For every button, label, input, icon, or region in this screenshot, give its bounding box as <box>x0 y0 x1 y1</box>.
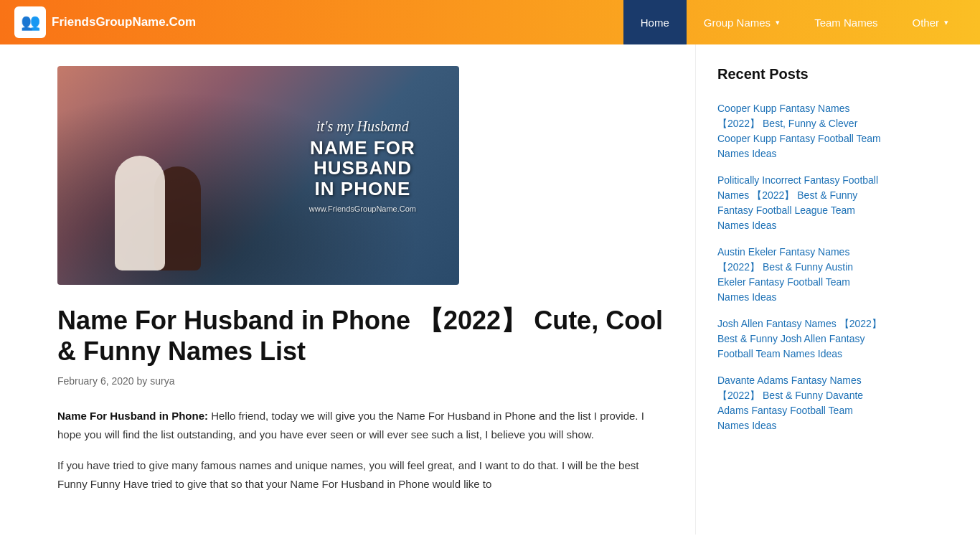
recent-posts-title: Recent Posts <box>717 66 882 88</box>
nav-item-other[interactable]: Other ▾ <box>895 0 966 44</box>
intro-label: Name For Husband in Phone: <box>57 410 208 422</box>
overlay-script-text: it's my Husband <box>309 118 416 135</box>
article-paragraph-2: If you have tried to give many famous na… <box>57 456 666 493</box>
person1 <box>115 156 165 270</box>
overlay-url-text: www.FriendsGroupName.Com <box>309 205 416 214</box>
overlay-bold-text: NAME FOR HUSBAND IN PHONE <box>309 138 416 199</box>
article-author[interactable]: surya <box>150 375 174 387</box>
nav-team-names-label: Team Names <box>814 17 877 29</box>
article-body: Name For Husband in Phone: Hello friend,… <box>57 407 666 493</box>
chevron-down-icon-other: ▾ <box>944 18 948 27</box>
logo-icon: 👥 <box>14 6 46 38</box>
recent-post-link-1[interactable]: Cooper Kupp Fantasy Names 【2022】 Best, F… <box>717 103 881 159</box>
recent-post-link-2[interactable]: Politically Incorrect Fantasy Football N… <box>717 174 878 231</box>
nav-other-label: Other <box>912 17 939 29</box>
main-navigation: 👥 FriendsGroupName.Com Home Group Names … <box>0 0 980 44</box>
list-item: Davante Adams Fantasy Names 【2022】 Best … <box>717 373 882 433</box>
article-intro-paragraph: Name For Husband in Phone: Hello friend,… <box>57 407 666 443</box>
article-by: by <box>137 375 151 387</box>
nav-item-home[interactable]: Home <box>623 0 687 44</box>
list-item: Cooper Kupp Fantasy Names 【2022】 Best, F… <box>717 101 882 161</box>
recent-post-link-5[interactable]: Davante Adams Fantasy Names 【2022】 Best … <box>717 375 863 431</box>
recent-post-link-3[interactable]: Austin Ekeler Fantasy Names 【2022】 Best … <box>717 246 853 303</box>
chevron-down-icon: ▾ <box>776 18 780 27</box>
nav-item-team-names[interactable]: Team Names <box>797 0 895 44</box>
logo-text: FriendsGroupName.Com <box>52 15 196 29</box>
couple-silhouette <box>115 156 201 270</box>
article-title: Name For Husband in Phone 【2022】 Cute, C… <box>57 305 666 367</box>
list-item: Politically Incorrect Fantasy Football N… <box>717 173 882 233</box>
nav-items: Home Group Names ▾ Team Names Other ▾ <box>623 0 966 44</box>
recent-posts-list: Cooper Kupp Fantasy Names 【2022】 Best, F… <box>717 101 882 433</box>
sidebar: Recent Posts Cooper Kupp Fantasy Names 【… <box>696 44 897 534</box>
image-overlay: it's my Husband NAME FOR HUSBAND IN PHON… <box>309 118 416 214</box>
page-wrapper: it's my Husband NAME FOR HUSBAND IN PHON… <box>0 44 980 534</box>
nav-item-group-names[interactable]: Group Names ▾ <box>687 0 797 44</box>
article-meta: February 6, 2020 by surya <box>57 375 666 387</box>
featured-image: it's my Husband NAME FOR HUSBAND IN PHON… <box>57 66 459 285</box>
nav-home-label: Home <box>641 17 669 29</box>
main-content: it's my Husband NAME FOR HUSBAND IN PHON… <box>0 44 696 534</box>
site-logo[interactable]: 👥 FriendsGroupName.Com <box>14 6 196 38</box>
list-item: Austin Ekeler Fantasy Names 【2022】 Best … <box>717 245 882 305</box>
nav-group-names-label: Group Names <box>704 17 771 29</box>
article-date: February 6, 2020 <box>57 375 134 387</box>
list-item: Josh Allen Fantasy Names 【2022】 Best & F… <box>717 316 882 362</box>
recent-post-link-4[interactable]: Josh Allen Fantasy Names 【2022】 Best & F… <box>717 318 882 359</box>
